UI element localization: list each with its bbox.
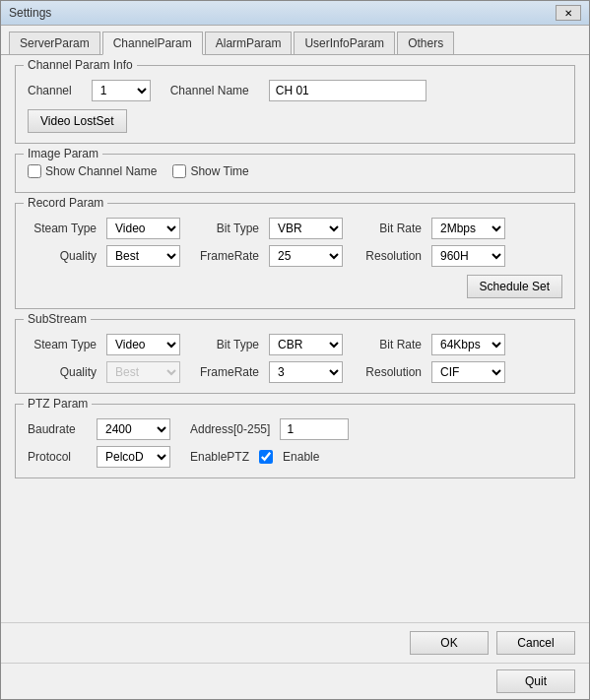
record-steam-type-label: Steam Type — [28, 222, 97, 235]
record-steam-type-select[interactable]: VideoAudioA/V — [106, 218, 180, 239]
tab-others[interactable]: Others — [397, 32, 454, 54]
channel-name-input[interactable] — [269, 80, 426, 101]
enable-ptz-label: EnablePTZ — [190, 450, 249, 464]
show-channel-name-label: Show Channel Name — [45, 164, 157, 178]
channel-select[interactable]: 1234 — [92, 80, 151, 101]
channel-row: Channel 1234 Channel Name — [28, 80, 562, 101]
address-input[interactable] — [280, 418, 349, 440]
ptz-grid: Baudrate 240048009600 Address[0-255] Pro… — [28, 418, 562, 468]
record-frame-rate-label: FrameRate — [190, 249, 259, 263]
sub-frame-rate-label: FrameRate — [190, 365, 259, 379]
record-param-title: Record Param — [24, 196, 107, 210]
settings-window: Settings ✕ ServerParam ChannelParam Alar… — [0, 0, 590, 700]
tab-bar: ServerParam ChannelParam AlarmParam User… — [1, 26, 589, 55]
title-bar: Settings ✕ — [1, 1, 589, 26]
record-resolution-label: Resolution — [353, 249, 422, 263]
sub-resolution-label: Resolution — [353, 365, 422, 379]
baudrate-select[interactable]: 240048009600 — [97, 418, 170, 440]
footer: OK Cancel — [1, 622, 589, 663]
record-row1: Steam Type VideoAudioA/V Bit Type VBRCBR… — [28, 218, 562, 239]
substream-title: SubStream — [24, 312, 91, 326]
ptz-row2: Protocol PelcoDPelcoP EnablePTZ Enable — [28, 446, 562, 468]
record-bit-type-label: Bit Type — [190, 222, 259, 235]
sub-quality-label: Quality — [28, 365, 97, 379]
record-row2: Quality BestBetterNormal FrameRate 25201… — [28, 245, 562, 267]
protocol-label: Protocol — [28, 450, 87, 464]
image-param-title: Image Param — [24, 147, 102, 160]
substream-row2: Quality Best FrameRate 3510 Resolution C… — [28, 361, 562, 383]
channel-param-section: Channel Param Info Channel 1234 Channel … — [15, 65, 575, 144]
image-param-section: Image Param Show Channel Name Show Time — [15, 154, 575, 193]
enable-label: Enable — [283, 450, 319, 464]
schedule-set-button[interactable]: Schedule Set — [467, 275, 562, 298]
record-quality-select[interactable]: BestBetterNormal — [106, 245, 180, 267]
protocol-select[interactable]: PelcoDPelcoP — [97, 446, 170, 468]
video-lost-set-button[interactable]: Video LostSet — [28, 109, 127, 133]
show-time-checkbox[interactable] — [172, 164, 186, 178]
enable-ptz-checkbox[interactable] — [259, 450, 273, 464]
sub-bit-type-select[interactable]: CBRVBR — [269, 334, 343, 355]
sub-bit-rate-select[interactable]: 64Kbps128Kbps — [431, 334, 505, 355]
show-channel-name-item: Show Channel Name — [28, 164, 157, 178]
show-channel-name-checkbox[interactable] — [28, 164, 41, 178]
address-label: Address[0-255] — [190, 422, 270, 436]
sub-quality-select[interactable]: Best — [106, 361, 180, 383]
record-resolution-select[interactable]: 960HD1CIF — [431, 245, 505, 267]
substream-section: SubStream Steam Type VideoAudio Bit Type… — [15, 319, 575, 394]
substream-row1: Steam Type VideoAudio Bit Type CBRVBR Bi… — [28, 334, 562, 355]
record-quality-label: Quality — [28, 249, 97, 263]
sub-bit-rate-label: Bit Rate — [353, 338, 422, 351]
ptz-row1: Baudrate 240048009600 Address[0-255] — [28, 418, 562, 440]
show-time-label: Show Time — [190, 164, 248, 178]
substream-grid: Steam Type VideoAudio Bit Type CBRVBR Bi… — [28, 334, 562, 383]
image-param-checkboxes: Show Channel Name Show Time — [28, 164, 562, 178]
channel-name-label: Channel Name — [170, 84, 249, 97]
record-param-grid: Steam Type VideoAudioA/V Bit Type VBRCBR… — [28, 218, 562, 298]
close-button[interactable]: ✕ — [556, 5, 581, 21]
record-bit-type-select[interactable]: VBRCBR — [269, 218, 343, 239]
window-title: Settings — [9, 6, 51, 20]
sub-frame-rate-select[interactable]: 3510 — [269, 361, 343, 383]
channel-label: Channel — [28, 84, 72, 97]
sub-steam-type-select[interactable]: VideoAudio — [106, 334, 180, 355]
show-time-item: Show Time — [172, 164, 248, 178]
tab-server[interactable]: ServerParam — [9, 32, 100, 54]
record-frame-rate-select[interactable]: 25201510 — [269, 245, 343, 267]
schedule-row: Schedule Set — [28, 275, 562, 298]
ptz-param-section: PTZ Param Baudrate 240048009600 Address[… — [15, 404, 575, 478]
sub-resolution-select[interactable]: CIFQCIF — [431, 361, 505, 383]
record-bit-rate-label: Bit Rate — [353, 222, 422, 235]
record-param-section: Record Param Steam Type VideoAudioA/V Bi… — [15, 203, 575, 309]
quit-button[interactable]: Quit — [496, 669, 575, 693]
sub-bit-type-label: Bit Type — [190, 338, 259, 351]
sub-steam-type-label: Steam Type — [28, 338, 97, 351]
channel-param-title: Channel Param Info — [24, 58, 137, 72]
baudrate-label: Baudrate — [28, 422, 87, 436]
tab-userinfo[interactable]: UserInfoParam — [294, 32, 395, 54]
tab-channel[interactable]: ChannelParam — [102, 32, 203, 55]
cancel-button[interactable]: Cancel — [496, 631, 575, 655]
quit-section: Quit — [1, 663, 589, 699]
ok-button[interactable]: OK — [410, 631, 489, 655]
tab-content: Channel Param Info Channel 1234 Channel … — [1, 55, 589, 622]
tab-alarm[interactable]: AlarmParam — [205, 32, 293, 54]
record-bit-rate-select[interactable]: 2Mbps4Mbps1Mbps — [431, 218, 505, 239]
ptz-param-title: PTZ Param — [24, 397, 92, 411]
video-lost-row: Video LostSet — [28, 109, 562, 133]
